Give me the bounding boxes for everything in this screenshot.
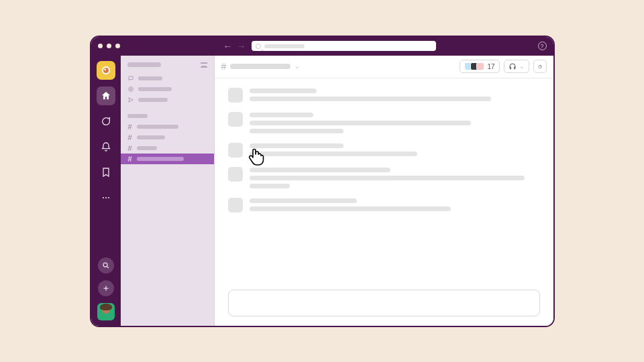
user-avatar[interactable] [97,303,115,320]
sidebar-channel-item[interactable]: # [121,132,214,143]
window-dot[interactable] [107,44,111,48]
message-item[interactable] [228,88,540,103]
svg-point-5 [107,196,109,198]
rail-activity-button[interactable] [97,137,115,156]
channel-name-ghost[interactable] [230,64,290,69]
svg-point-2 [104,68,106,70]
window-traffic-lights[interactable] [98,44,120,48]
mentions-icon [127,86,134,93]
svg-point-1 [103,68,109,73]
workspace-rail [91,56,121,326]
hash-icon: # [221,61,227,72]
window-dot[interactable] [115,44,120,48]
sidebar-section-header[interactable] [121,111,214,121]
sidebar-item-drafts[interactable] [121,95,214,105]
message-item[interactable] [228,198,540,213]
hash-icon: # [127,123,133,131]
app-body: # # # # # ⌄ [91,56,553,326]
chevron-down-icon[interactable]: ⌄ [294,63,300,70]
message-avatar[interactable] [228,88,243,103]
workspace-name-ghost [127,62,161,67]
drafts-icon [127,97,134,103]
huddle-button[interactable]: ⌄ [504,60,529,73]
rail-dms-button[interactable] [97,112,115,131]
sidebar-item-threads[interactable] [121,73,214,84]
message-avatar[interactable] [228,143,243,158]
workspace-switcher[interactable] [97,61,115,80]
window-dot[interactable] [98,44,103,48]
hash-icon: # [127,155,133,163]
message-item[interactable] [228,143,540,158]
main-pane: # ⌄ 17 ⌄ [215,56,553,326]
titlebar: ← → ? [91,37,553,56]
rail-search-button[interactable] [98,257,114,274]
global-search-input[interactable] [252,41,436,51]
svg-rect-7 [128,76,133,80]
search-icon [256,44,261,49]
svg-point-9 [129,88,131,90]
message-avatar[interactable] [228,112,243,127]
message-item[interactable] [228,167,540,188]
history-nav: ← → [223,41,246,52]
svg-rect-10 [539,65,541,68]
canvas-button[interactable] [533,60,547,73]
filter-icon[interactable] [201,62,207,68]
rail-more-button[interactable] [97,188,115,207]
message-list[interactable] [215,78,553,284]
sidebar-channel-item-selected[interactable]: # [121,154,214,164]
channel-sidebar: # # # # [121,56,215,326]
member-count: 17 [487,63,494,70]
svg-point-3 [102,196,103,198]
channel-members-button[interactable]: 17 [460,60,499,73]
help-icon[interactable]: ? [538,42,547,50]
message-avatar[interactable] [228,167,243,182]
sidebar-channel-item[interactable]: # [121,121,214,132]
message-avatar[interactable] [228,198,243,213]
canvas-icon [538,62,542,71]
message-composer[interactable] [228,290,540,316]
app-window: ← → ? [90,36,555,327]
nav-forward-icon[interactable]: → [237,41,246,52]
svg-point-6 [103,263,107,267]
sidebar-channel-item[interactable]: # [121,143,214,154]
composer-area [215,284,553,326]
rail-compose-button[interactable] [98,280,114,296]
threads-icon [127,75,134,82]
headphones-icon [508,62,517,70]
rail-home-button[interactable] [97,86,115,105]
svg-point-4 [105,196,106,198]
chevron-down-icon: ⌄ [519,63,525,70]
nav-back-icon[interactable]: ← [223,41,233,52]
svg-point-8 [128,86,133,91]
message-item[interactable] [228,112,540,133]
sidebar-item-mentions[interactable] [121,84,214,95]
hash-icon: # [127,144,133,152]
search-placeholder-ghost [264,44,305,48]
hash-icon: # [127,133,133,141]
workspace-name[interactable] [121,61,214,73]
channel-header: # ⌄ 17 ⌄ [215,56,553,78]
rail-later-button[interactable] [97,163,115,182]
member-avatars [464,62,484,70]
